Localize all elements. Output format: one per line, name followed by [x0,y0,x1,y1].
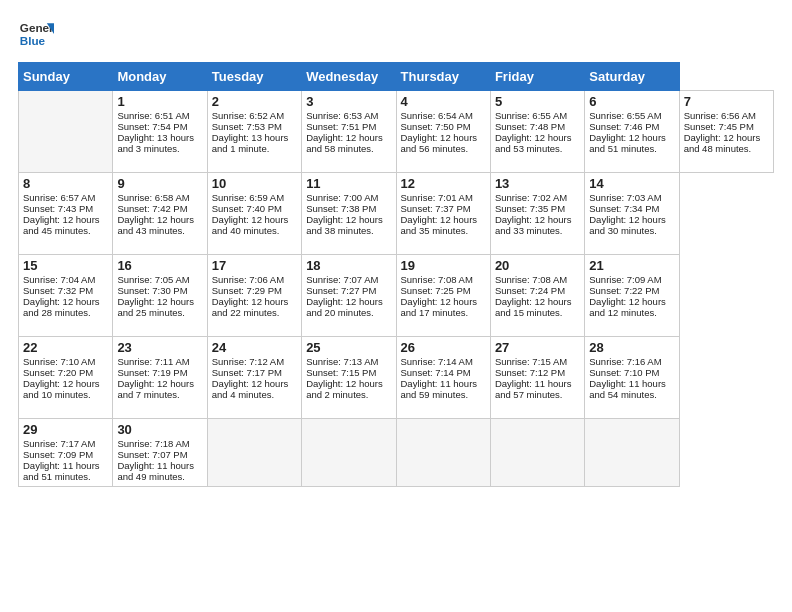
day-info: Sunrise: 7:06 AM [212,274,297,285]
header-day-wednesday: Wednesday [302,63,396,91]
calendar-cell: 8Sunrise: 6:57 AMSunset: 7:43 PMDaylight… [19,173,113,255]
calendar-page: General Blue SundayMondayTuesdayWednesda… [0,0,792,497]
day-info: Daylight: 13 hours [212,132,297,143]
calendar-cell: 4Sunrise: 6:54 AMSunset: 7:50 PMDaylight… [396,91,490,173]
logo-icon: General Blue [18,16,54,52]
day-info: and 49 minutes. [117,471,202,482]
day-info: Sunrise: 7:17 AM [23,438,108,449]
day-number: 19 [401,258,486,273]
day-info: and 57 minutes. [495,389,580,400]
calendar-cell: 1Sunrise: 6:51 AMSunset: 7:54 PMDaylight… [113,91,207,173]
day-info: Sunrise: 7:02 AM [495,192,580,203]
day-info: and 59 minutes. [401,389,486,400]
day-number: 12 [401,176,486,191]
day-info: Sunrise: 7:11 AM [117,356,202,367]
calendar-cell: 3Sunrise: 6:53 AMSunset: 7:51 PMDaylight… [302,91,396,173]
day-info: Sunset: 7:38 PM [306,203,391,214]
day-number: 29 [23,422,108,437]
calendar-cell: 22Sunrise: 7:10 AMSunset: 7:20 PMDayligh… [19,337,113,419]
calendar-cell: 16Sunrise: 7:05 AMSunset: 7:30 PMDayligh… [113,255,207,337]
day-info: Daylight: 12 hours [589,132,674,143]
day-info: Sunset: 7:51 PM [306,121,391,132]
day-info: Sunset: 7:24 PM [495,285,580,296]
day-number: 24 [212,340,297,355]
day-number: 26 [401,340,486,355]
day-number: 28 [589,340,674,355]
calendar-body: 1Sunrise: 6:51 AMSunset: 7:54 PMDaylight… [19,91,774,487]
calendar-cell: 15Sunrise: 7:04 AMSunset: 7:32 PMDayligh… [19,255,113,337]
calendar-week-4: 29Sunrise: 7:17 AMSunset: 7:09 PMDayligh… [19,419,774,487]
calendar-cell: 13Sunrise: 7:02 AMSunset: 7:35 PMDayligh… [490,173,584,255]
day-info: Sunset: 7:48 PM [495,121,580,132]
day-number: 21 [589,258,674,273]
day-info: Sunrise: 6:54 AM [401,110,486,121]
calendar-week-2: 15Sunrise: 7:04 AMSunset: 7:32 PMDayligh… [19,255,774,337]
calendar-cell: 2Sunrise: 6:52 AMSunset: 7:53 PMDaylight… [207,91,301,173]
day-info: Daylight: 12 hours [401,296,486,307]
day-info: Daylight: 12 hours [401,132,486,143]
day-number: 7 [684,94,769,109]
day-info: and 2 minutes. [306,389,391,400]
day-info: Sunset: 7:15 PM [306,367,391,378]
day-info: Sunset: 7:37 PM [401,203,486,214]
day-info: Daylight: 12 hours [212,214,297,225]
day-info: Daylight: 12 hours [401,214,486,225]
header-day-friday: Friday [490,63,584,91]
day-number: 8 [23,176,108,191]
day-info: and 51 minutes. [23,471,108,482]
day-info: Daylight: 12 hours [495,132,580,143]
day-info: and 56 minutes. [401,143,486,154]
day-info: and 53 minutes. [495,143,580,154]
day-info: Sunrise: 7:18 AM [117,438,202,449]
calendar-cell [302,419,396,487]
calendar-cell: 9Sunrise: 6:58 AMSunset: 7:42 PMDaylight… [113,173,207,255]
day-info: and 54 minutes. [589,389,674,400]
calendar-cell: 14Sunrise: 7:03 AMSunset: 7:34 PMDayligh… [585,173,679,255]
day-info: and 22 minutes. [212,307,297,318]
day-info: and 7 minutes. [117,389,202,400]
day-info: Daylight: 12 hours [684,132,769,143]
day-info: Sunset: 7:25 PM [401,285,486,296]
day-info: Sunset: 7:30 PM [117,285,202,296]
day-info: Sunset: 7:27 PM [306,285,391,296]
day-number: 11 [306,176,391,191]
day-number: 22 [23,340,108,355]
day-info: Sunrise: 7:04 AM [23,274,108,285]
empty-cell [19,91,113,173]
day-info: Daylight: 11 hours [23,460,108,471]
day-info: Sunrise: 7:07 AM [306,274,391,285]
day-info: Sunrise: 7:15 AM [495,356,580,367]
day-number: 30 [117,422,202,437]
day-info: Sunset: 7:53 PM [212,121,297,132]
calendar-cell: 27Sunrise: 7:15 AMSunset: 7:12 PMDayligh… [490,337,584,419]
day-info: Sunrise: 7:00 AM [306,192,391,203]
day-info: Sunset: 7:54 PM [117,121,202,132]
day-info: Sunrise: 7:08 AM [401,274,486,285]
day-info: Sunrise: 6:56 AM [684,110,769,121]
calendar-table: SundayMondayTuesdayWednesdayThursdayFrid… [18,62,774,487]
day-info: Sunrise: 6:57 AM [23,192,108,203]
calendar-cell: 20Sunrise: 7:08 AMSunset: 7:24 PMDayligh… [490,255,584,337]
day-info: Daylight: 12 hours [495,214,580,225]
day-info: and 12 minutes. [589,307,674,318]
day-info: Daylight: 12 hours [117,214,202,225]
calendar-cell: 25Sunrise: 7:13 AMSunset: 7:15 PMDayligh… [302,337,396,419]
day-info: Sunset: 7:45 PM [684,121,769,132]
calendar-header: SundayMondayTuesdayWednesdayThursdayFrid… [19,63,774,91]
calendar-cell: 24Sunrise: 7:12 AMSunset: 7:17 PMDayligh… [207,337,301,419]
day-info: Sunset: 7:43 PM [23,203,108,214]
day-info: and 25 minutes. [117,307,202,318]
day-info: and 10 minutes. [23,389,108,400]
day-info: Sunset: 7:12 PM [495,367,580,378]
day-info: and 33 minutes. [495,225,580,236]
day-info: Sunrise: 7:03 AM [589,192,674,203]
day-info: Daylight: 12 hours [212,296,297,307]
header-day-monday: Monday [113,63,207,91]
calendar-cell [207,419,301,487]
day-info: and 58 minutes. [306,143,391,154]
day-info: and 17 minutes. [401,307,486,318]
calendar-week-0: 1Sunrise: 6:51 AMSunset: 7:54 PMDaylight… [19,91,774,173]
day-info: Daylight: 12 hours [589,214,674,225]
day-number: 10 [212,176,297,191]
day-info: and 15 minutes. [495,307,580,318]
